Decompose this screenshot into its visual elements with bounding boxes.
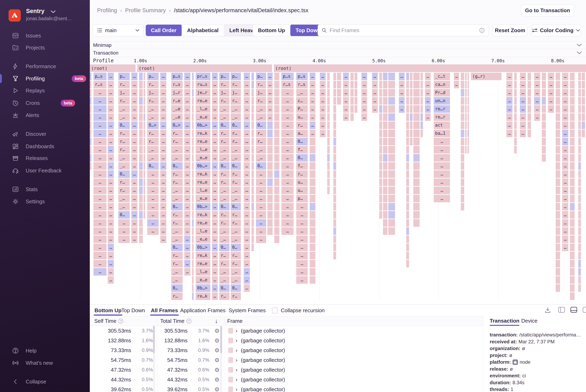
flame-frame[interactable]: [354, 81, 357, 88]
flame-frame[interactable]: [570, 236, 574, 243]
transaction-band[interactable]: Transaction: [90, 49, 586, 57]
flame-frame[interactable]: [267, 178, 273, 186]
flame-frame[interactable]: [90, 162, 92, 170]
flame-frame[interactable]: _…: [256, 154, 266, 162]
flame-frame[interactable]: [192, 97, 194, 104]
flame-frame[interactable]: [333, 105, 336, 113]
flame-frame[interactable]: [388, 203, 395, 210]
flame-frame[interactable]: [413, 89, 420, 96]
flame-frame[interactable]: …: [108, 219, 114, 227]
flame-frame[interactable]: …: [281, 227, 294, 235]
flame-frame[interactable]: [192, 195, 194, 202]
flame-frame[interactable]: [467, 113, 469, 121]
minimap-chevron-down-icon[interactable]: [577, 44, 582, 47]
flame-frame[interactable]: [514, 138, 517, 145]
table-row[interactable]: 54.75ms0.7%54.75ms0.7%⚙›(garbage collect…: [90, 355, 483, 365]
flame-frame[interactable]: [379, 122, 382, 129]
flame-frame[interactable]: [144, 113, 145, 121]
flame-frame[interactable]: …: [310, 105, 315, 113]
flame-frame[interactable]: …: [184, 211, 190, 218]
flame-frame[interactable]: [413, 81, 420, 88]
go-to-transaction-button[interactable]: Go to Transaction: [521, 4, 574, 16]
flame-frame[interactable]: …: [281, 146, 294, 154]
flame-frame[interactable]: [465, 105, 467, 113]
flame-frame[interactable]: …: [372, 105, 378, 113]
flame-frame[interactable]: …: [281, 89, 294, 96]
flame-frame[interactable]: p…s: [94, 73, 107, 80]
flame-frame[interactable]: [406, 162, 409, 170]
flame-frame[interactable]: [461, 203, 464, 210]
flame-frame[interactable]: [578, 284, 581, 292]
flame-frame[interactable]: …: [184, 227, 190, 235]
flame-frame[interactable]: …: [244, 284, 250, 292]
details-tab-device[interactable]: Device: [521, 316, 537, 326]
flame-frame[interactable]: r…: [171, 130, 183, 137]
flame-frame[interactable]: …: [94, 146, 107, 154]
flame-frame[interactable]: _…: [256, 146, 266, 154]
flame-frame[interactable]: …: [267, 97, 273, 104]
sidebar-item-replays[interactable]: Replays: [0, 85, 90, 96]
flame-frame[interactable]: …: [131, 187, 138, 194]
flame-frame[interactable]: [556, 284, 560, 292]
flame-frame[interactable]: …: [244, 260, 250, 268]
flame-frame[interactable]: r…: [118, 130, 130, 137]
flame-frame[interactable]: …: [361, 105, 367, 113]
flame-frame[interactable]: r…: [231, 81, 241, 88]
flame-frame[interactable]: [413, 113, 420, 121]
flame-frame[interactable]: …: [256, 227, 266, 235]
flame-frame[interactable]: [406, 73, 409, 80]
flame-frame[interactable]: [274, 113, 279, 121]
flame-frame[interactable]: [461, 178, 464, 186]
flame-frame[interactable]: [139, 105, 143, 113]
flame-frame[interactable]: [354, 89, 357, 96]
flame-frame[interactable]: 0…: [219, 162, 229, 170]
flame-frame[interactable]: [267, 154, 273, 162]
flame-frame[interactable]: 0…: [219, 122, 229, 129]
flame-frame[interactable]: _l…e: [196, 146, 210, 154]
flame-frame[interactable]: _…: [256, 105, 266, 113]
flame-frame[interactable]: …: [184, 146, 190, 154]
flame-frame[interactable]: …: [212, 178, 218, 186]
flame-frame[interactable]: [379, 203, 382, 210]
flame-frame[interactable]: _…: [219, 154, 229, 162]
flame-frame[interactable]: _…: [171, 236, 183, 243]
flame-frame[interactable]: [90, 154, 92, 162]
flame-frame[interactable]: [251, 203, 254, 210]
flame-frame[interactable]: [413, 219, 420, 227]
flame-frame[interactable]: [139, 211, 143, 218]
flame-frame[interactable]: …: [281, 187, 294, 194]
flame-frame[interactable]: …: [256, 187, 266, 194]
flame-frame[interactable]: …: [434, 195, 450, 202]
table-row[interactable]: 73.33ms0.9%73.33ms0.9%⚙›(garbage collect…: [90, 346, 483, 355]
flame-frame[interactable]: [461, 195, 464, 202]
flame-frame[interactable]: [556, 170, 560, 178]
flame-frame[interactable]: [542, 89, 546, 96]
flame-frame[interactable]: r…: [147, 130, 159, 137]
flame-frame[interactable]: [570, 252, 574, 259]
flame-frame[interactable]: [144, 187, 145, 194]
flame-frame[interactable]: [383, 146, 387, 154]
flame-frame[interactable]: …: [184, 97, 190, 104]
flame-frame[interactable]: [388, 211, 395, 218]
flame-frame[interactable]: [192, 113, 194, 121]
flame-frame[interactable]: …: [244, 113, 250, 121]
flame-frame[interactable]: …: [94, 130, 107, 137]
flame-frame[interactable]: [388, 81, 395, 88]
flame-frame[interactable]: …: [212, 130, 218, 137]
flame-frame[interactable]: …: [281, 211, 294, 218]
flame-frame[interactable]: [578, 244, 581, 251]
flame-frame[interactable]: r…: [171, 219, 183, 227]
flame-frame[interactable]: [556, 105, 560, 113]
flame-frame[interactable]: [413, 187, 420, 194]
flame-frame[interactable]: [413, 211, 420, 218]
flame-frame[interactable]: [192, 252, 194, 259]
flame-frame[interactable]: …: [94, 244, 107, 251]
flame-frame[interactable]: [337, 81, 341, 88]
flame-frame[interactable]: [413, 178, 420, 186]
dock-right-layout-icon[interactable]: [582, 307, 586, 313]
flame-frame[interactable]: …: [160, 154, 166, 162]
flame-frame[interactable]: …: [244, 187, 250, 194]
flame-frame[interactable]: [379, 187, 382, 194]
flame-frame[interactable]: [383, 178, 387, 186]
flame-frame[interactable]: …: [160, 195, 166, 202]
